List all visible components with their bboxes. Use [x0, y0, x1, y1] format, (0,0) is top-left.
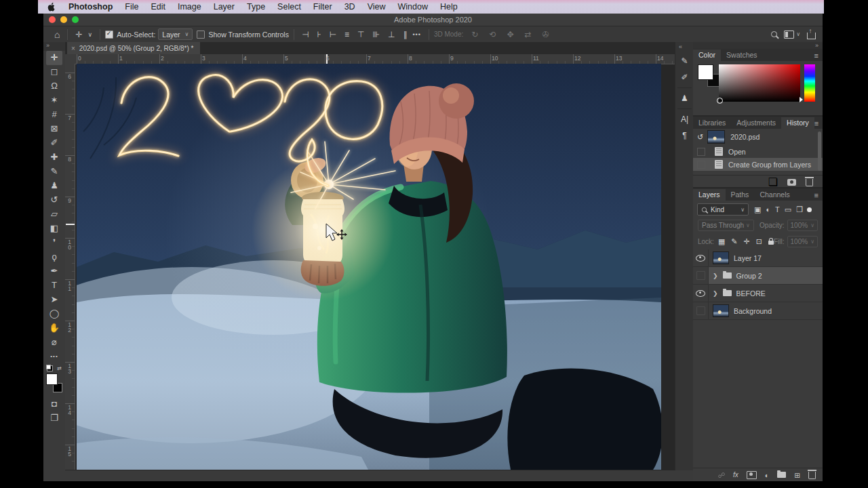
foreground-color-swatch[interactable]: [46, 373, 58, 385]
clone-stamp-tool[interactable]: ♟: [46, 179, 62, 193]
shape-tool[interactable]: ◯: [46, 307, 62, 321]
delete-state-icon[interactable]: [806, 179, 813, 186]
menu-item-image[interactable]: Image: [172, 2, 208, 12]
menu-item-type[interactable]: Type: [241, 2, 271, 12]
apple-menu-icon[interactable]: [47, 2, 56, 12]
align-bottom-edges-icon[interactable]: ⊥: [385, 30, 397, 39]
filter-toggle-icon[interactable]: [807, 207, 812, 212]
gradient-tool[interactable]: ◧: [46, 222, 62, 236]
opacity-field[interactable]: 100% ∨: [787, 220, 818, 231]
spot-healing-tool[interactable]: ✚: [46, 150, 62, 165]
layer-filter-dropdown[interactable]: Kind ∨: [697, 203, 749, 216]
swap-colors-icon[interactable]: ⇄: [57, 365, 62, 371]
share-icon[interactable]: [807, 33, 816, 39]
hand-tool[interactable]: ✋: [46, 321, 62, 336]
tab-libraries[interactable]: Libraries: [693, 117, 731, 129]
search-icon[interactable]: [771, 31, 777, 37]
layer-row[interactable]: ❯Group 2: [693, 267, 823, 285]
filter-type-layers-icon[interactable]: T: [775, 205, 780, 214]
path-selection-tool[interactable]: ➤: [46, 293, 62, 307]
screen-mode-button[interactable]: ❐: [46, 411, 62, 426]
filter-adjustment-layers-icon[interactable]: ◐: [766, 205, 770, 214]
brushes-panel-icon[interactable]: ✐: [675, 69, 694, 85]
move-tool-preset-icon[interactable]: ✛: [73, 30, 85, 39]
auto-select-target-dropdown[interactable]: Layer ∨: [158, 28, 193, 40]
menu-item-file[interactable]: File: [119, 2, 144, 12]
history-brush-source-icon[interactable]: ↺: [697, 133, 703, 142]
paragraph-panel-icon[interactable]: ¶: [675, 127, 694, 144]
panel-menu-icon[interactable]: ≡: [814, 191, 823, 201]
tab-history[interactable]: History: [781, 117, 814, 129]
zoom-tool[interactable]: ⌀: [46, 336, 62, 350]
lasso-tool[interactable]: Ω: [46, 79, 62, 94]
tab-paths[interactable]: Paths: [726, 189, 755, 201]
align-vertical-centers-icon[interactable]: ⊪: [370, 30, 382, 39]
lock-position-icon[interactable]: ✛: [744, 237, 750, 246]
quick-selection-tool[interactable]: ✶: [46, 94, 62, 108]
filter-smart-objects-icon[interactable]: ❒: [796, 205, 803, 214]
layer-row[interactable]: Layer 17: [693, 249, 823, 267]
panel-menu-icon[interactable]: ≡: [814, 52, 823, 61]
clone-source-panel-icon[interactable]: ♟: [675, 90, 694, 106]
marquee-tool[interactable]: ◻: [46, 65, 62, 79]
layer-row[interactable]: Background: [693, 302, 823, 320]
lock-artboard-icon[interactable]: ⊡: [756, 237, 762, 246]
dock-collapse-icon[interactable]: «: [675, 42, 694, 53]
auto-select-checkbox[interactable]: [105, 30, 113, 39]
chevron-right-icon[interactable]: ❯: [713, 290, 718, 297]
minimize-window-button[interactable]: [60, 16, 67, 23]
filter-shape-layers-icon[interactable]: ▭: [785, 205, 791, 214]
menu-item-select[interactable]: Select: [271, 2, 307, 12]
character-panel-icon[interactable]: A|: [675, 111, 694, 127]
eyedropper-tool[interactable]: ✐: [46, 136, 62, 150]
document-tab[interactable]: × 2020.psd @ 50% (Group 2, RGB/8*) *: [67, 42, 200, 54]
visibility-cell[interactable]: [693, 285, 709, 302]
tab-adjustments[interactable]: Adjustments: [731, 117, 781, 129]
close-tab-icon[interactable]: ×: [71, 45, 75, 52]
tab-color[interactable]: Color: [693, 49, 721, 61]
history-source-checkbox[interactable]: [697, 161, 705, 169]
canvas-image[interactable]: [77, 64, 661, 470]
menu-item-photoshop[interactable]: Photoshop: [62, 2, 119, 12]
more-align-options-icon[interactable]: •••: [410, 31, 423, 38]
menu-item-3d[interactable]: 3D: [338, 2, 361, 12]
toolbar-collapse-icon[interactable]: »: [43, 42, 65, 51]
quick-mask-button[interactable]: ◘: [46, 397, 62, 411]
distribute-icon[interactable]: ≡: [342, 30, 352, 39]
foreground-color-swatch[interactable]: [698, 64, 713, 80]
move-tool[interactable]: ✛: [46, 51, 62, 65]
distribute-vertical-icon[interactable]: ∥: [400, 30, 410, 39]
edit-toolbar[interactable]: •••: [46, 350, 62, 364]
align-right-edges-icon[interactable]: ⊢: [327, 30, 339, 39]
blend-mode-dropdown[interactable]: Pass Through ∨: [698, 220, 754, 231]
history-source-checkbox[interactable]: [697, 148, 705, 156]
lock-all-icon[interactable]: [768, 241, 774, 245]
history-brush-tool[interactable]: ↺: [46, 193, 62, 207]
menu-item-view[interactable]: View: [361, 2, 392, 12]
layer-row[interactable]: ❯BEFORE: [693, 285, 823, 302]
align-top-edges-icon[interactable]: ⊤: [355, 30, 367, 39]
lock-image-pixels-icon[interactable]: ✎: [731, 237, 737, 246]
eraser-tool[interactable]: ▱: [46, 207, 62, 222]
brush-tool[interactable]: ✎: [46, 165, 62, 179]
visibility-cell[interactable]: [693, 267, 709, 284]
hue-slider-marker[interactable]: [800, 97, 803, 102]
close-window-button[interactable]: [49, 16, 56, 23]
brush-settings-panel-icon[interactable]: ✎: [675, 53, 694, 69]
align-left-edges-icon[interactable]: ⊣: [299, 30, 311, 39]
pen-tool[interactable]: ✒: [46, 264, 62, 279]
new-layer-icon[interactable]: ⊞: [794, 471, 800, 479]
home-icon[interactable]: ⌂: [52, 29, 62, 40]
saturation-brightness-field[interactable]: [719, 64, 800, 102]
frame-tool[interactable]: ⊠: [46, 122, 62, 136]
dodge-tool[interactable]: ϙ: [46, 250, 62, 264]
panels-expand-icon[interactable]: »: [693, 42, 823, 49]
menu-item-edit[interactable]: Edit: [144, 2, 172, 12]
blur-tool[interactable]: ❜: [46, 236, 62, 250]
history-scrollbar[interactable]: [818, 131, 821, 171]
tab-swatches[interactable]: Swatches: [721, 49, 763, 61]
menu-item-window[interactable]: Window: [392, 2, 434, 12]
type-tool[interactable]: T: [46, 279, 62, 293]
chevron-right-icon[interactable]: ❯: [713, 272, 718, 279]
adjustment-layer-icon[interactable]: ◐: [765, 471, 769, 479]
